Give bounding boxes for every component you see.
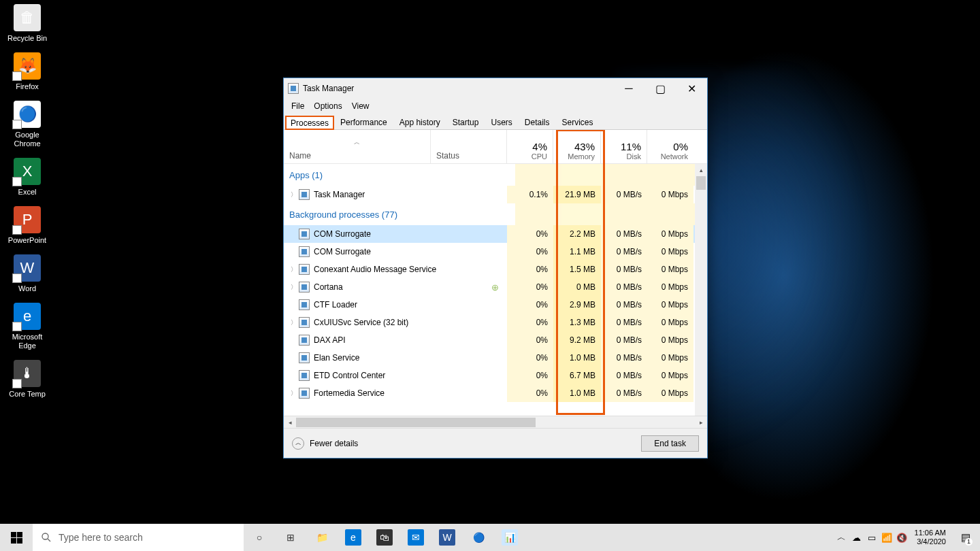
process-row[interactable]: 〉Task Manager0.1%21.9 MB0 MB/s0 Mbps [284,186,707,203]
wifi-icon[interactable]: 📶 [879,524,894,551]
taskbar-cortana[interactable]: ○ [244,524,275,551]
desktop-icon-word[interactable]: WWord [3,254,52,293]
maximize-button[interactable]: ▢ [644,78,676,99]
process-row[interactable]: COM Surrogate0%1.1 MB0 MB/s0 Mbps [284,243,707,261]
expand-icon[interactable]: 〉 [289,389,297,398]
onedrive-icon[interactable]: ☁ [849,524,864,551]
tab-services[interactable]: Services [556,114,600,129]
process-name: CxUIUSvc Service (32 bit) [314,318,408,327]
app-icon: 🌡 [14,360,41,387]
task-manager-window: Task Manager ─ ▢ ✕ FileOptionsView Proce… [283,78,708,458]
disk-value: 0 MB/s [601,349,647,367]
app-icon: P [14,206,41,233]
process-icon [299,370,310,381]
network-value: 0 Mbps [647,367,693,384]
menu-view[interactable]: View [347,100,374,112]
process-icon [299,189,310,200]
col-status[interactable]: Status [431,130,507,163]
process-row[interactable]: COM Surrogate0%2.2 MB0 MB/s0 Mbps [284,225,707,243]
scroll-up-icon[interactable]: ▴ [695,164,707,176]
app-icon: X [14,158,41,185]
tab-performance[interactable]: Performance [334,114,393,129]
tab-startup[interactable]: Startup [446,114,485,129]
scroll-thumb[interactable] [696,176,706,190]
taskbar-word[interactable]: W [431,524,463,551]
process-row[interactable]: 〉Conexant Audio Message Service0%1.5 MB0… [284,261,707,278]
cpu-value: 0% [507,384,553,402]
cpu-value: 0% [507,278,553,296]
taskbar-mail[interactable]: ✉ [400,524,431,551]
end-task-button[interactable]: End task [641,435,699,452]
process-row[interactable]: 〉CxUIUSvc Service (32 bit)0%1.3 MB0 MB/s… [284,314,707,331]
icon-label: Firefox [3,82,52,91]
disk-value: 0 MB/s [601,331,647,349]
desktop-icon-recycle-bin[interactable]: 🗑Recycle Bin [3,4,52,43]
expand-icon[interactable]: 〉 [289,265,297,274]
tab-users[interactable]: Users [485,114,518,129]
icon-label: Recycle Bin [3,34,52,43]
task-view-icon: ⊞ [282,529,299,546]
process-name: Fortemedia Service [314,388,385,398]
group-header[interactable]: Apps (1) [284,164,707,186]
system-tray: ︿ ☁ ▭ 📶 🔇 11:06 AM 3/4/2020 ▤1 [834,524,980,551]
taskbar-chrome[interactable]: 🔵 [463,524,494,551]
tab-processes[interactable]: Processes [285,116,334,130]
close-button[interactable]: ✕ [676,78,707,99]
tab-app-history[interactable]: App history [393,114,446,129]
minimize-button[interactable]: ─ [613,78,644,99]
process-row[interactable]: CTF Loader0%2.9 MB0 MB/s0 Mbps [284,296,707,314]
disk-value: 0 MB/s [601,384,647,402]
taskbar-file-explorer[interactable]: 📁 [306,524,338,551]
battery-icon[interactable]: ▭ [864,524,879,551]
scroll-right-icon[interactable]: ▸ [695,416,707,429]
expand-icon[interactable]: 〉 [289,318,297,327]
search-placeholder: Type here to search [59,532,143,543]
desktop-icon-excel[interactable]: XExcel [3,158,52,197]
process-icon [299,335,310,346]
file-explorer-icon: 📁 [314,529,330,546]
tab-details[interactable]: Details [519,114,556,129]
desktop-icon-google-chrome[interactable]: 🔵Google Chrome [3,101,52,148]
col-cpu[interactable]: 4%CPU [507,130,553,163]
menu-options[interactable]: Options [309,100,346,112]
process-row[interactable]: DAX API0%9.2 MB0 MB/s0 Mbps [284,331,707,349]
memory-value: 6.7 MB [553,367,601,384]
col-disk[interactable]: 11%Disk [601,130,647,163]
vertical-scrollbar[interactable]: ▴ [695,164,707,416]
process-row[interactable]: ETD Control Center0%6.7 MB0 MB/s0 Mbps [284,367,707,384]
taskbar-store[interactable]: 🛍 [369,524,400,551]
search-input[interactable]: Type here to search [33,524,244,551]
scroll-left-icon[interactable]: ◂ [284,416,296,429]
expand-icon[interactable]: 〉 [289,190,297,199]
start-button[interactable] [0,524,33,551]
process-icon [299,299,310,310]
tray-chevron-icon[interactable]: ︿ [834,524,849,551]
menu-file[interactable]: File [287,100,309,112]
disk-value: 0 MB/s [601,314,647,331]
col-name[interactable]: ︿ Name [284,130,431,163]
desktop-icon-firefox[interactable]: 🦊Firefox [3,52,52,91]
process-row[interactable]: 〉Cortana⊕0%0 MB0 MB/s0 Mbps [284,278,707,296]
desktop-icon-microsoft-edge[interactable]: eMicrosoft Edge [3,303,52,350]
group-header[interactable]: Background processes (77) [284,203,707,225]
titlebar[interactable]: Task Manager ─ ▢ ✕ [284,78,707,99]
volume-icon[interactable]: 🔇 [894,524,909,551]
process-row[interactable]: Elan Service0%1.0 MB0 MB/s0 Mbps [284,349,707,367]
desktop-icon-powerpoint[interactable]: PPowerPoint [3,206,52,245]
taskbar-edge[interactable]: e [338,524,369,551]
fewer-details-button[interactable]: ︿ Fewer details [292,437,358,450]
process-icon [299,388,310,399]
col-memory[interactable]: 43%Memory [553,130,601,163]
desktop-icon-core-temp[interactable]: 🌡Core Temp [3,360,52,399]
notification-button[interactable]: ▤1 [951,524,980,551]
hscroll-thumb[interactable] [296,418,536,427]
clock[interactable]: 11:06 AM 3/4/2020 [909,529,951,546]
col-network[interactable]: 0%Network [647,130,693,163]
network-value: 0 Mbps [647,278,693,296]
horizontal-scrollbar[interactable]: ◂ ▸ [284,416,707,428]
taskbar-task-manager[interactable]: 📊 [494,524,525,551]
process-row[interactable]: 〉Fortemedia Service0%1.0 MB0 MB/s0 Mbps [284,384,707,402]
taskbar-task-view[interactable]: ⊞ [275,524,306,551]
expand-icon[interactable]: 〉 [289,283,297,292]
network-value: 0 Mbps [647,296,693,314]
